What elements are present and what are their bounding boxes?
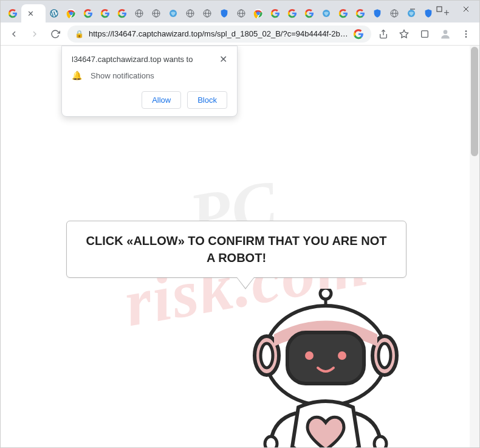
- lock-icon: 🔒: [75, 30, 84, 38]
- chrome-icon: [66, 9, 76, 18]
- bookmark-button[interactable]: [396, 26, 413, 43]
- google-search-icon[interactable]: [353, 29, 364, 40]
- svg-point-40: [261, 343, 273, 368]
- block-button[interactable]: Block: [187, 91, 227, 109]
- close-icon[interactable]: ✕: [219, 55, 227, 64]
- svg-point-36: [320, 289, 331, 299]
- profile-button[interactable]: [437, 26, 454, 43]
- google-icon: [8, 9, 18, 18]
- tab[interactable]: [250, 4, 267, 22]
- minimize-button[interactable]: [399, 1, 426, 18]
- address-bar[interactable]: 🔒 https://l34647.captchawizard.top/ms/sp…: [67, 26, 371, 43]
- tab[interactable]: [4, 4, 21, 22]
- notification-permission-dialog: l34647.captchawizard.top wants to ✕ 🔔 Sh…: [61, 46, 238, 117]
- tab[interactable]: [369, 4, 386, 22]
- google-icon: [83, 9, 93, 18]
- back-button[interactable]: [5, 26, 22, 43]
- tab[interactable]: [335, 4, 352, 22]
- robot-illustration: [238, 289, 414, 447]
- svg-point-33: [465, 33, 467, 35]
- reload-button[interactable]: [47, 26, 64, 43]
- scrollbar[interactable]: [470, 46, 479, 447]
- tab[interactable]: [131, 4, 148, 22]
- shield-icon: [372, 9, 382, 18]
- tab[interactable]: [46, 4, 63, 22]
- toolbar: 🔒 https://l34647.captchawizard.top/ms/sp…: [1, 22, 479, 46]
- tab[interactable]: [80, 4, 97, 22]
- globe-icon: [134, 9, 144, 18]
- tab[interactable]: [63, 4, 80, 22]
- svg-point-45: [265, 436, 277, 447]
- tab-active[interactable]: ✕: [21, 4, 46, 22]
- globe-icon: [236, 9, 246, 18]
- title-bar: ✕ +: [1, 1, 479, 22]
- bell-icon: 🔔: [72, 71, 82, 80]
- allow-button[interactable]: Allow: [142, 91, 181, 109]
- scrollbar-thumb[interactable]: [471, 47, 478, 156]
- tab[interactable]: [182, 4, 199, 22]
- close-window-button[interactable]: [453, 1, 479, 18]
- globe-icon: [321, 9, 331, 18]
- tab[interactable]: [199, 4, 216, 22]
- svg-point-31: [444, 30, 448, 34]
- svg-rect-42: [287, 333, 364, 384]
- google-icon: [304, 9, 314, 18]
- permission-option: Show notifications: [91, 71, 154, 80]
- google-icon: [355, 9, 365, 18]
- tab[interactable]: [97, 4, 114, 22]
- tab[interactable]: [352, 4, 369, 22]
- google-icon: [100, 9, 110, 18]
- extensions-button[interactable]: [416, 26, 433, 43]
- svg-point-41: [379, 343, 391, 368]
- globe-icon: [185, 9, 195, 18]
- globe-icon: [168, 9, 178, 18]
- tab[interactable]: [148, 4, 165, 22]
- menu-button[interactable]: [458, 26, 475, 43]
- tab[interactable]: [114, 4, 131, 22]
- window-controls: [399, 1, 479, 18]
- svg-marker-29: [400, 30, 408, 38]
- tab[interactable]: [301, 4, 318, 22]
- svg-point-34: [465, 36, 467, 38]
- google-icon: [287, 9, 297, 18]
- wordpress-icon: [49, 9, 59, 18]
- google-icon: [117, 9, 127, 18]
- globe-icon: [389, 9, 399, 18]
- tab[interactable]: [267, 4, 284, 22]
- google-icon: [338, 9, 348, 18]
- url-text: https://l34647.captchawizard.top/ms/spl_…: [89, 29, 348, 38]
- page-content: PC risk.com l34647.captchawizard.top wan…: [1, 46, 479, 447]
- svg-rect-30: [422, 30, 428, 37]
- svg-point-43: [305, 351, 314, 360]
- tab[interactable]: [233, 4, 250, 22]
- bubble-text: CLICK «ALLOW» TO CONFIRM THAT YOU ARE NO…: [86, 234, 387, 264]
- svg-rect-25: [437, 7, 442, 12]
- svg-point-46: [374, 436, 386, 447]
- tab[interactable]: [318, 4, 335, 22]
- share-button[interactable]: [375, 26, 392, 43]
- tab[interactable]: [165, 4, 182, 22]
- forward-button[interactable]: [26, 26, 43, 43]
- maximize-button[interactable]: [426, 1, 453, 18]
- permission-title: l34647.captchawizard.top wants to: [72, 55, 193, 64]
- captcha-instruction-bubble: CLICK «ALLOW» TO CONFIRM THAT YOU ARE NO…: [66, 221, 406, 278]
- svg-point-44: [338, 351, 346, 360]
- shield-icon: [219, 9, 229, 18]
- close-icon[interactable]: ✕: [26, 9, 35, 18]
- tab[interactable]: [216, 4, 233, 22]
- tab[interactable]: [284, 4, 301, 22]
- globe-icon: [151, 9, 161, 18]
- google-icon: [270, 9, 280, 18]
- globe-icon: [202, 9, 212, 18]
- chrome-icon: [253, 9, 263, 18]
- svg-point-32: [465, 30, 467, 32]
- browser-window: ✕ +: [0, 0, 480, 448]
